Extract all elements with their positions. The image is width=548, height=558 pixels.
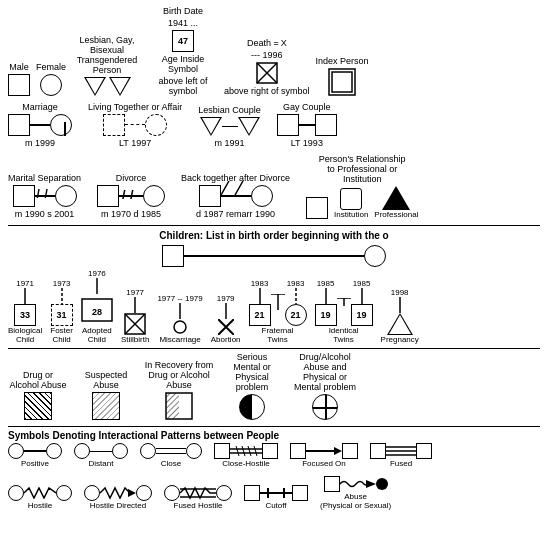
death-date-value: --- 1996 xyxy=(251,50,283,60)
positive-pattern: Positive xyxy=(8,443,62,468)
abuse-label: Abuse(Physical or Sexual) xyxy=(320,492,391,510)
parent-female xyxy=(364,245,386,267)
gay-line xyxy=(299,124,315,126)
death-shape xyxy=(256,62,278,84)
suspected-label: Suspected Abuse xyxy=(76,370,136,390)
abuse-target xyxy=(376,478,388,490)
svg-rect-3 xyxy=(329,69,355,95)
pos-shape2 xyxy=(46,443,62,459)
miscarriage-label: Miscarriage xyxy=(159,335,200,344)
divider2 xyxy=(8,348,540,349)
parent-line xyxy=(184,255,364,257)
living-female xyxy=(145,114,167,136)
identical-year2: 1985 xyxy=(353,279,371,288)
separation-date: m 1990 s 2001 xyxy=(15,209,75,219)
svg-line-6 xyxy=(235,181,243,195)
relationship-label: Person's Relationship to Professional or… xyxy=(317,154,407,184)
lgbt-label: Lesbian, Gay, Bisexual Transgendered Per… xyxy=(72,35,142,75)
living-male xyxy=(103,114,125,136)
svg-marker-45 xyxy=(128,489,136,497)
parent-male xyxy=(162,245,184,267)
adopted-vline xyxy=(96,278,98,294)
ch-shape2 xyxy=(262,443,278,459)
separation-slash2: / xyxy=(45,187,48,201)
recovery-shape xyxy=(165,392,193,420)
suspected-abuse-symbol: Suspected Abuse xyxy=(76,370,136,420)
patterns-title: Symbols Denoting Interactional Patterns … xyxy=(8,430,540,441)
gay-shape2 xyxy=(315,114,337,136)
person-in-relation xyxy=(306,197,328,219)
fused-hostile-pattern: Fused Hostile xyxy=(164,485,232,510)
divorce-label: Divorce xyxy=(116,173,147,183)
bio-vline xyxy=(24,288,26,304)
cutoff-shape1 xyxy=(244,485,260,501)
fused-shape1 xyxy=(370,443,386,459)
gay-shape1 xyxy=(277,114,299,136)
back-together-svg xyxy=(221,181,251,195)
identical-connector xyxy=(337,298,351,306)
main-page: Male Female Lesbian, Gay, Bisexual Trans… xyxy=(0,0,548,520)
foster-label: FosterChild xyxy=(50,326,73,344)
fused-shape2 xyxy=(416,443,432,459)
mental-symbol: Serious Mental or Physical problem xyxy=(222,352,282,420)
identical-vline2 xyxy=(361,288,363,304)
age-value: 47 xyxy=(178,36,188,46)
children-parent-row xyxy=(8,245,540,267)
svg-line-36 xyxy=(236,446,239,456)
svg-line-5 xyxy=(221,181,229,195)
above-left: above left of symbol xyxy=(148,76,218,96)
focused-pattern: Focused On xyxy=(290,443,358,468)
age-shape: 47 xyxy=(172,30,194,52)
fo-shape2 xyxy=(342,443,358,459)
fraternal-year2: 1983 xyxy=(287,279,305,288)
svg-text:28: 28 xyxy=(92,307,102,317)
ch-line xyxy=(230,446,262,456)
foster-vline xyxy=(61,288,63,304)
back-together-date: d 1987 remarr 1990 xyxy=(196,209,275,219)
close-hostile-pattern: Close-Hostile xyxy=(214,443,278,468)
close-hostile-label: Close-Hostile xyxy=(222,459,270,468)
stillbirth-shape xyxy=(124,313,146,335)
fused-hostile-label: Fused Hostile xyxy=(174,501,223,510)
abuse-pattern: Abuse(Physical or Sexual) xyxy=(320,476,391,510)
separation-symbol: Marital Separation / / m 1990 s 2001 xyxy=(8,173,81,219)
identical-label: IdenticalTwins xyxy=(329,326,359,344)
abuse-line xyxy=(340,477,376,491)
twins-connector xyxy=(271,294,285,310)
svg-line-39 xyxy=(254,446,257,456)
marriage-date: m 1999 xyxy=(25,138,55,148)
abortion: 1979 Abortion xyxy=(211,294,241,344)
bio-year: 1971 xyxy=(16,279,34,288)
distant-label: Distant xyxy=(89,459,114,468)
death-symbol: Death = X --- 1996 above right of symbol xyxy=(224,38,310,96)
lesbian-date: m 1991 xyxy=(215,138,245,148)
male-label: Male xyxy=(9,62,29,72)
dist-shape1 xyxy=(74,443,90,459)
back-together-symbol: Back together after Divorce d 1987 remar… xyxy=(181,173,290,219)
miscarriage-year: 1977 -- 1979 xyxy=(157,294,202,303)
fraternal-year1: 1983 xyxy=(251,279,269,288)
birth-date-value: 1941 ... xyxy=(168,18,198,28)
above-right: above right of symbol xyxy=(224,86,310,96)
foster-year: 1973 xyxy=(53,279,71,288)
hostile-directed-pattern: Hostile Directed xyxy=(84,485,152,510)
professional-shape xyxy=(382,186,410,210)
hostile-shape2 xyxy=(56,485,72,501)
drug-shape xyxy=(24,392,52,420)
separation-male xyxy=(13,185,35,207)
row-basic-symbols: Male Female Lesbian, Gay, Bisexual Trans… xyxy=(8,6,540,96)
back-together-male xyxy=(199,185,221,207)
adopted-child: 1976 28 AdoptedChild xyxy=(81,269,113,344)
back-together-female xyxy=(251,185,273,207)
divider1 xyxy=(8,225,540,226)
miscarriage-shape xyxy=(172,319,188,335)
abortion-vline xyxy=(225,303,227,319)
pos-shape1 xyxy=(8,443,24,459)
separation-slash1: / xyxy=(37,187,40,201)
close-label: Close xyxy=(161,459,181,468)
pregnancy: 1998 Pregnancy xyxy=(381,288,419,344)
divorce-date: m 1970 d 1985 xyxy=(101,209,161,219)
lesbian-shape1 xyxy=(200,117,222,136)
divorce-slash1: / xyxy=(122,187,126,202)
pattern-row2: Hostile Hostile Directed xyxy=(8,476,540,514)
